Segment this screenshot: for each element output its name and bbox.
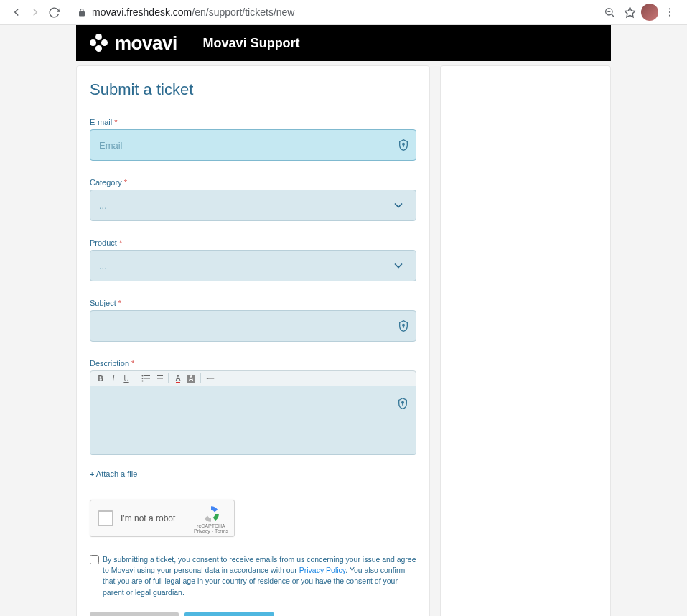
browser-toolbar: movavi.freshdesk.com/en/support/tickets/…: [0, 0, 687, 25]
svg-rect-20: [154, 381, 156, 381]
recaptcha-terms[interactable]: Privacy - Terms: [194, 528, 228, 533]
logo-icon: [89, 33, 109, 53]
privacy-link[interactable]: Privacy Policy: [299, 566, 346, 574]
lock-icon: [78, 8, 86, 17]
text-color-button[interactable]: A: [172, 373, 184, 384]
avatar-icon: [641, 4, 658, 21]
bookmark-button[interactable]: [620, 2, 640, 22]
submit-button[interactable]: Submit: [90, 612, 179, 616]
product-dropdown[interactable]: ...: [90, 250, 416, 281]
autofill-icon: [398, 139, 409, 151]
kebab-icon: [664, 6, 676, 18]
svg-point-7: [403, 143, 405, 145]
recaptcha-label: I'm not a robot: [121, 513, 175, 523]
toolbar-separator: [136, 373, 136, 383]
category-dropdown[interactable]: ...: [90, 190, 416, 221]
autofill-icon: [398, 319, 409, 332]
svg-point-8: [403, 324, 405, 326]
toolbar-separator: [200, 373, 201, 383]
recaptcha-brand: reCAPTCHA: [194, 523, 228, 528]
svg-point-11: [142, 378, 144, 379]
chevron-down-icon: [391, 198, 406, 213]
arrow-left-icon: [10, 6, 23, 19]
email-field[interactable]: [90, 129, 416, 161]
address-bar[interactable]: movavi.freshdesk.com/en/support/tickets/…: [70, 6, 592, 19]
svg-rect-18: [154, 375, 156, 375]
svg-point-13: [142, 381, 144, 382]
url-domain: movavi.freshdesk.com: [92, 6, 192, 18]
list-ul-button[interactable]: [140, 373, 151, 384]
logo[interactable]: movavi: [89, 32, 177, 55]
svg-rect-14: [144, 381, 150, 381]
reload-icon: [48, 6, 60, 19]
forward-button[interactable]: [26, 3, 45, 22]
category-selected: ...: [99, 200, 107, 211]
email-label: E-mail *: [90, 118, 118, 126]
reload-button[interactable]: [45, 3, 63, 22]
url-path: /en/support/tickets/new: [192, 6, 294, 18]
toolbar-separator: [168, 373, 169, 383]
svg-rect-16: [157, 378, 163, 379]
page-title: Submit a ticket: [90, 80, 416, 99]
svg-point-4: [669, 8, 670, 9]
cancel-button[interactable]: Cancel: [184, 612, 274, 616]
category-label: Category *: [90, 178, 127, 187]
list-ul-icon: [141, 375, 150, 382]
recaptcha-icon: [202, 505, 220, 523]
zoom-out-icon: [604, 6, 615, 18]
svg-line-1: [612, 14, 614, 17]
attach-file-link[interactable]: + Attach a file: [90, 470, 137, 478]
product-label: Product *: [90, 238, 122, 247]
svg-rect-17: [157, 381, 163, 381]
bold-button[interactable]: B: [95, 373, 106, 384]
list-ol-icon: [154, 375, 163, 382]
svg-marker-3: [625, 7, 635, 17]
profile-button[interactable]: [640, 2, 660, 22]
logo-text: movavi: [115, 32, 177, 55]
subject-label: Subject *: [90, 299, 121, 307]
autofill-icon: [397, 397, 408, 410]
side-panel: [440, 65, 611, 616]
consent-block: By submitting a ticket, you consent to r…: [90, 554, 416, 598]
description-label: Description *: [90, 359, 134, 368]
zoom-button[interactable]: [599, 2, 620, 22]
list-ol-button[interactable]: [153, 373, 164, 384]
bg-color-button[interactable]: A: [185, 373, 197, 384]
main-panel: Submit a ticket E-mail * Category * ...: [76, 65, 430, 616]
subject-field[interactable]: [90, 310, 416, 342]
svg-point-21: [402, 401, 404, 403]
chevron-down-icon: [391, 258, 406, 273]
back-button[interactable]: [7, 3, 26, 22]
arrow-right-icon: [29, 6, 42, 19]
recaptcha: I'm not a robot reCAPTCHA Privacy - Term…: [90, 500, 235, 537]
svg-point-9: [142, 375, 144, 377]
italic-button[interactable]: I: [108, 373, 119, 384]
link-button[interactable]: [205, 373, 216, 384]
recaptcha-badge: reCAPTCHA Privacy - Terms: [194, 505, 228, 533]
svg-point-6: [669, 15, 670, 17]
link-icon: [205, 375, 215, 381]
star-icon: [624, 6, 636, 19]
description-field[interactable]: [90, 386, 416, 455]
site-header: movavi Movavi Support: [76, 25, 611, 61]
menu-button[interactable]: [660, 2, 680, 22]
svg-rect-15: [157, 375, 163, 376]
recaptcha-checkbox[interactable]: [98, 510, 113, 526]
underline-button[interactable]: U: [121, 373, 132, 384]
svg-point-5: [669, 11, 670, 13]
header-title: Movavi Support: [203, 36, 300, 51]
product-selected: ...: [99, 261, 107, 271]
svg-rect-12: [144, 378, 150, 379]
svg-rect-19: [154, 378, 156, 378]
editor-toolbar: B I U A A: [90, 370, 416, 386]
consent-checkbox[interactable]: [90, 555, 99, 564]
svg-rect-10: [144, 375, 150, 376]
